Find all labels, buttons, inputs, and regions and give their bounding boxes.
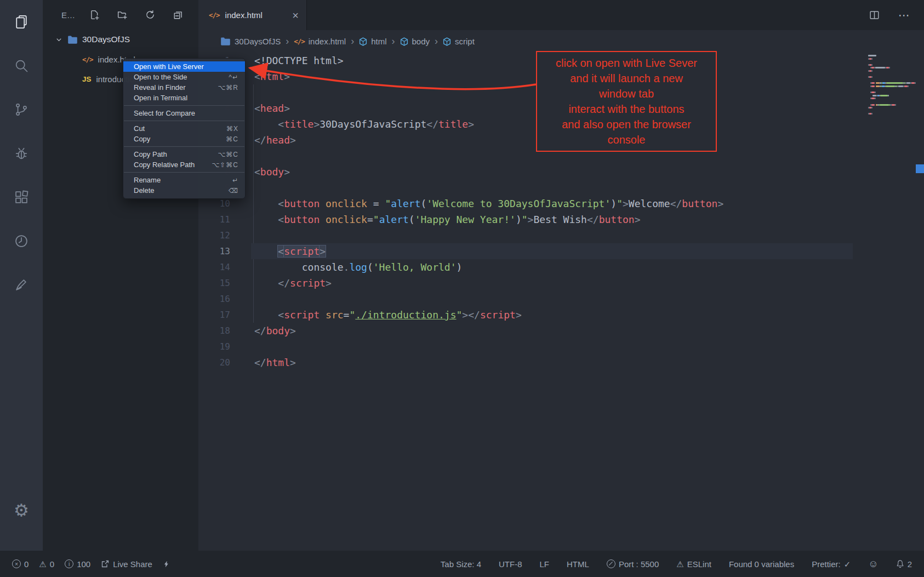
menu-shortcut: ^↵ [229,73,238,81]
explorer-icon[interactable] [0,0,43,44]
menu-item-reveal-in-finder[interactable]: Reveal in Finder⌥⌘R [123,82,245,93]
code-line[interactable]: 19 [198,339,924,355]
code-line[interactable]: 13 <script> [198,243,924,259]
line-number[interactable]: 17 [198,307,230,323]
extensions-icon[interactable] [0,175,43,219]
line-number[interactable]: 20 [198,355,230,370]
minimap-line [868,85,915,87]
menu-shortcut: ⌥⇧⌘C [212,161,238,169]
minimap-line [868,89,915,90]
status-lightning[interactable] [163,560,170,568]
pen-icon[interactable] [0,263,43,307]
menu-shortcut: ⌥⌘R [218,84,239,92]
menu-item-open-in-terminal[interactable]: Open in Terminal [123,93,245,103]
line-number[interactable]: 11 [198,212,230,227]
menu-shortcut: ⌘C [226,135,238,143]
chevron-right-icon: › [351,36,354,47]
line-content [230,227,254,243]
status-2[interactable]: 2 [896,559,912,569]
line-number[interactable]: 15 [198,275,230,291]
minimap-line [868,70,915,72]
menu-item-open-with-live-server[interactable]: Open with Live Server [123,61,245,72]
menu-item-copy-relative-path[interactable]: Copy Relative Path⌥⇧⌘C [123,159,245,170]
code-line[interactable]: 10 <button onclick = "alert('Welcome to … [198,196,924,212]
code-line[interactable]: 15 </script> [198,275,924,291]
menu-item-delete[interactable]: Delete⌫ [123,185,245,196]
line-number[interactable]: 19 [198,339,230,355]
status-eslint[interactable]: ⚠ESLint [676,559,711,569]
menu-item-label: Select for Compare [134,109,195,117]
line-number[interactable]: 13 [198,243,230,259]
breadcrumb-item-script[interactable]: script [443,37,475,46]
close-tab-icon[interactable]: × [292,10,299,21]
menu-item-open-to-the-side[interactable]: Open to the Side^↵ [123,72,245,82]
smiley-icon: ☺ [868,559,878,569]
folder-icon [67,35,78,44]
minimap-line [868,67,915,68]
settings-gear-icon[interactable]: ⚙ [0,493,43,528]
menu-item-cut[interactable]: Cut⌘X [123,123,245,134]
code-line[interactable]: 9 [198,180,924,196]
code-line[interactable]: 20</html> [198,355,924,370]
status-0[interactable]: ×0 [12,559,28,569]
code-line[interactable]: 18</body> [198,323,924,339]
code-line[interactable]: 16 [198,291,924,307]
code-line[interactable]: 14 console.log('Hello, World') [198,259,924,275]
status-html[interactable]: HTML [567,559,589,569]
scrollbar-marker [916,164,924,173]
status-tab-size-4[interactable]: Tab Size: 4 [441,559,481,569]
refresh-icon[interactable] [145,10,155,20]
menu-item-copy-path[interactable]: Copy Path⌥⌘C [123,149,245,159]
source-control-icon[interactable] [0,88,43,132]
run-debug-icon[interactable] [0,132,43,175]
line-number[interactable]: 16 [198,291,230,307]
line-number[interactable]: 12 [198,227,230,243]
menu-item-label: Reveal in Finder [134,83,186,92]
breadcrumb: 30DaysOfJS›</>index.html›html›body›scrip… [198,30,924,53]
minimap-line [868,107,915,108]
minimap-line [868,61,915,62]
circle-slash-icon [607,559,615,568]
html-file-icon: </> [82,55,93,64]
menu-item-rename[interactable]: Rename↵ [123,175,245,185]
clock-icon[interactable] [0,219,43,263]
more-actions-icon[interactable]: ⋯ [898,9,910,22]
breadcrumb-item-html[interactable]: html [359,37,386,46]
menu-separator [124,121,244,121]
split-editor-icon[interactable] [869,10,880,20]
minimap[interactable] [868,55,915,116]
status-label: Live Share [113,559,152,569]
new-folder-icon[interactable] [117,10,127,20]
breadcrumb-item-index-html[interactable]: </>index.html [294,37,346,46]
status-0[interactable]: ⚠0 [39,559,54,569]
status-found-0-variables[interactable]: Found 0 variables [729,559,794,569]
activity-bar-top [0,0,43,307]
tab-index-html[interactable]: </> index.html × [198,0,307,30]
collapse-all-icon[interactable] [173,10,183,20]
code-line[interactable]: 8<body> [198,164,924,180]
status-utf-8[interactable]: UTF-8 [499,559,522,569]
menu-separator [124,172,244,173]
status-smiley[interactable]: ☺ [868,559,878,569]
line-number[interactable]: 14 [198,259,230,275]
status-100[interactable]: i100 [65,559,90,569]
menu-item-copy[interactable]: Copy⌘C [123,134,245,144]
code-line[interactable]: 11 <button onclick="alert('Happy New Yea… [198,212,924,227]
status-label: HTML [567,559,589,569]
code-line[interactable]: 17 <script src="./introduction.js"></scr… [198,307,924,323]
status-lf[interactable]: LF [540,559,550,569]
html-file-icon: </> [209,11,220,19]
annotation-text-line: window tab [539,86,714,101]
status-live-share[interactable]: Live Share [101,559,152,569]
folder-root-30daysofjs[interactable]: 30DaysOfJS [43,30,198,49]
line-number[interactable]: 18 [198,323,230,339]
menu-item-label: Open in Terminal [134,94,187,102]
code-line[interactable]: 12 [198,227,924,243]
menu-item-select-for-compare[interactable]: Select for Compare [123,108,245,118]
status-port-5500[interactable]: Port : 5500 [607,559,659,569]
search-icon[interactable] [0,44,43,88]
breadcrumb-item-30daysofjs[interactable]: 30DaysOfJS [220,37,281,46]
breadcrumb-item-body[interactable]: body [400,37,430,46]
new-file-icon[interactable] [89,10,99,20]
status-prettier[interactable]: Prettier:✓ [812,559,851,569]
